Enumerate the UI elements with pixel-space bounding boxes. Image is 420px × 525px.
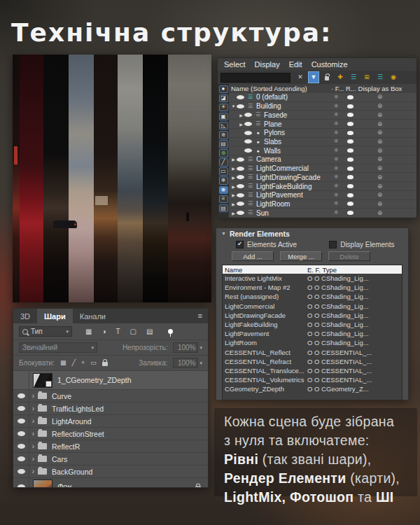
frozen-icon[interactable]: ❄ [334,94,339,100]
layer-row[interactable]: ›ReflectR [13,440,208,453]
scene-layer-row[interactable]: ▶☰LightCommercial❄⊕ [229,164,416,174]
cameras-icon[interactable]: ▣ [219,113,228,121]
eye-icon[interactable] [244,113,252,117]
expand-right-icon[interactable]: ▶ [230,184,237,189]
display-as-box-icon[interactable]: ⊕ [377,121,383,127]
expand-right-icon[interactable]: ▶ [238,122,244,127]
helpers-icon[interactable]: ◺ [219,122,228,130]
visibility-toggle[interactable] [13,402,29,414]
eye-icon[interactable] [237,104,244,108]
render-element-row[interactable]: CESSENTIAL_Transluce...O O CESSENTIAL_..… [223,366,402,375]
display-as-box-icon[interactable]: ⊕ [377,183,383,190]
render-element-row[interactable]: LightDrawingFacadeO O CShading_Lig... [223,311,402,320]
clear-search-icon[interactable]: ✕ [295,71,306,83]
name-column-header[interactable]: Name (Sorted Ascending) [231,85,307,92]
scene-layer-row[interactable]: ●Slabs❄⊕ [229,138,416,147]
display-as-box-icon[interactable]: ⊕ [377,201,383,207]
visibility-toggle[interactable] [13,453,29,465]
frozen-icon[interactable]: ❄ [334,210,339,216]
render-element-row[interactable]: LightRoomO O CShading_Lig... [223,338,402,347]
elements-active-checkbox[interactable]: ✔ [236,241,244,248]
scene-layer-row[interactable]: ▶☰Sun❄⊕ [229,209,416,218]
expand-right-icon[interactable]: › [29,417,37,425]
visibility-toggle[interactable] [13,371,29,389]
geometry-icon[interactable]: ◪ [219,94,228,103]
display-as-box-icon[interactable]: ⊕ [377,103,383,109]
eye-icon[interactable] [244,139,252,144]
frozen-icon[interactable]: ❄ [334,174,339,180]
expand-right-icon[interactable]: › [29,468,37,475]
layer-visibility-icon[interactable]: ◉ [388,71,399,83]
scene-layer-row[interactable]: ▶☰LightRoom❄⊕ [229,200,416,209]
expand-right-icon[interactable]: ▶ [230,211,237,216]
display-as-box-icon[interactable]: ⊕ [377,112,383,118]
add-button[interactable]: Add ... [232,251,274,261]
filter-pixel-layers-icon[interactable]: ▦ [85,328,92,335]
menu-customize[interactable]: Customize [312,60,348,69]
type-column[interactable]: E. F. Type [307,266,337,274]
eye-icon[interactable] [237,158,244,162]
display-elements-checkbox[interactable] [329,241,337,248]
expand-down-icon[interactable]: ▼ [230,104,237,108]
selection-set-icon[interactable]: ● [219,85,228,94]
frozen-icon[interactable]: ❄ [334,130,339,136]
layer-row[interactable]: ›TrafficLightsLed [13,402,208,415]
frozen-icon[interactable]: ❄ [334,192,339,198]
layer-row[interactable]: 1_CGeometry_ZDepth [13,371,208,390]
merge-button[interactable]: Merge ... [280,251,322,261]
display-as-box-icon[interactable]: ⊕ [377,192,383,198]
frozen-icon[interactable]: ❄ [334,139,339,144]
tab-layers[interactable]: Шари [37,309,73,323]
eye-icon[interactable] [237,202,244,206]
scene-layer-row[interactable]: ▼☰Building❄⊕ [229,102,416,111]
renderable-icon[interactable] [347,95,354,99]
renderable-icon[interactable] [347,211,354,215]
renderable-icon[interactable] [347,167,354,171]
render-element-row[interactable]: CGeometry_ZDepthO O CGeometry_Z... [223,384,402,393]
eye-icon[interactable] [237,167,244,171]
render-element-row[interactable]: Rest (unassigned)O O CShading_Lig... [223,292,402,301]
fill-value[interactable]: 100% [173,358,198,368]
spacewarps-icon[interactable]: ≋ [219,131,228,139]
render-element-row[interactable]: Environment - Map #2O O CShading_Lig... [223,283,402,292]
eye-icon[interactable] [237,193,244,197]
frozen-icon[interactable]: ❄ [334,104,339,109]
delete-button[interactable]: Delete [328,251,370,261]
bones-icon[interactable]: ▭ [219,167,228,176]
collapse-icon[interactable]: ▼ [221,231,226,236]
expand-right-icon[interactable]: ▶ [230,202,237,206]
lights-icon[interactable]: ☀ [219,104,228,112]
scene-layer-row[interactable]: ●Walls❄⊕ [229,146,416,155]
eye-icon[interactable] [237,211,244,215]
layer-thumbnail[interactable] [33,373,52,388]
renderable-icon[interactable] [347,131,354,135]
nested-layers-icon[interactable]: ⊞ [361,71,372,83]
opacity-value[interactable]: 100% [173,342,198,353]
render-element-row[interactable]: Interactive LightMixO O CShading_Lig... [223,274,402,283]
display-as-box-icon[interactable]: ⊕ [377,94,383,100]
xrefs-icon[interactable]: ⊛ [219,149,228,158]
renderable-icon[interactable] [347,113,354,117]
renderable-icon[interactable] [347,148,354,153]
visibility-toggle[interactable] [13,415,29,427]
scene-layer-row[interactable]: ▶☰LightDrawingFacade❄⊕ [229,173,416,182]
layer-row[interactable]: ›Cars [13,453,208,465]
frozen-icon[interactable]: ❄ [334,121,339,127]
scene-layer-row[interactable]: ☰0 (default)❄⊕ [229,93,416,102]
expand-right-icon[interactable]: ▶ [230,175,237,180]
scene-layer-row[interactable]: ▶☰Fasede❄⊕ [229,111,416,120]
display-as-box-icon[interactable]: ⊕ [377,148,383,154]
render-element-row[interactable]: LightCommercialO O CShading_Lig... [223,302,402,311]
expand-right-icon[interactable]: ▶ [238,113,244,118]
visibility-toggle[interactable] [13,478,29,488]
search-input[interactable] [220,73,290,83]
filter-smart-objects-icon[interactable]: ▤ [146,328,153,335]
expand-right-icon[interactable]: ▶ [230,192,237,197]
scene-layer-row[interactable]: ▶☰LightPavement❄⊕ [229,191,416,200]
lock-all-icon[interactable] [102,362,108,366]
display-as-box-icon[interactable]: ⊕ [377,174,383,181]
lock-move-icon[interactable]: + [81,360,85,366]
filter-type-dropdown[interactable]: Тип ▾ [19,326,72,337]
tab-channels[interactable]: Канали [73,309,113,323]
expand-list-icon[interactable]: ≡ [219,195,228,204]
